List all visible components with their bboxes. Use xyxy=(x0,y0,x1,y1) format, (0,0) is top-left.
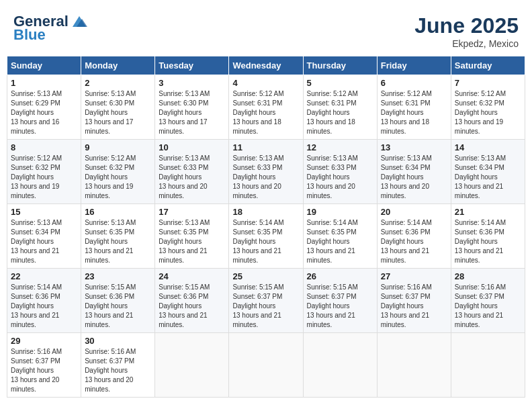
calendar-cell: 5 Sunrise: 5:12 AM Sunset: 6:31 PM Dayli… xyxy=(303,75,377,140)
sunset-label: Sunset: 6:35 PM xyxy=(307,228,357,236)
calendar-cell xyxy=(155,333,229,398)
calendar-cell: 27 Sunrise: 5:16 AM Sunset: 6:37 PM Dayl… xyxy=(377,269,451,333)
title-block: June 2025 Ekpedz, Mexico xyxy=(414,13,519,49)
daylight-value: 13 hours and 19 minutes. xyxy=(85,183,133,199)
sunrise-label: Sunrise: 5:13 AM xyxy=(159,90,210,97)
sunrise-label: Sunrise: 5:16 AM xyxy=(381,283,432,291)
calendar-cell xyxy=(303,333,377,398)
daylight-label: Daylight hours xyxy=(232,109,275,116)
calendar-body: 1 Sunrise: 5:13 AM Sunset: 6:29 PM Dayli… xyxy=(7,75,525,398)
daylight-label: Daylight hours xyxy=(11,238,54,245)
daylight-value: 13 hours and 20 minutes. xyxy=(159,183,207,199)
daylight-value: 13 hours and 20 minutes. xyxy=(85,376,133,393)
cell-content: Sunrise: 5:12 AM Sunset: 6:31 PM Dayligh… xyxy=(307,89,373,136)
calendar-cell: 28 Sunrise: 5:16 AM Sunset: 6:37 PM Dayl… xyxy=(451,269,525,333)
sunrise-label: Sunrise: 5:13 AM xyxy=(159,154,210,162)
cell-content: Sunrise: 5:13 AM Sunset: 6:35 PM Dayligh… xyxy=(159,218,225,265)
cell-content: Sunrise: 5:14 AM Sunset: 6:36 PM Dayligh… xyxy=(11,283,77,330)
weekday-header-sunday: Sunday xyxy=(7,56,81,75)
daylight-value: 13 hours and 21 minutes. xyxy=(11,312,59,328)
day-number: 25 xyxy=(232,271,299,281)
daylight-value: 13 hours and 17 minutes. xyxy=(159,118,207,135)
sunset-label: Sunset: 6:31 PM xyxy=(307,99,357,107)
day-number: 26 xyxy=(307,271,373,281)
day-number: 2 xyxy=(85,78,151,88)
daylight-value: 13 hours and 21 minutes. xyxy=(85,247,133,264)
calendar-cell: 4 Sunrise: 5:12 AM Sunset: 6:31 PM Dayli… xyxy=(229,75,303,140)
cell-content: Sunrise: 5:14 AM Sunset: 6:35 PM Dayligh… xyxy=(232,218,299,265)
daylight-value: 13 hours and 21 minutes. xyxy=(11,247,59,264)
sunset-label: Sunset: 6:34 PM xyxy=(455,164,504,171)
cell-content: Sunrise: 5:13 AM Sunset: 6:33 PM Dayligh… xyxy=(232,154,299,201)
calendar-week-row: 15 Sunrise: 5:13 AM Sunset: 6:34 PM Dayl… xyxy=(7,204,525,269)
calendar-cell: 22 Sunrise: 5:14 AM Sunset: 6:36 PM Dayl… xyxy=(7,269,81,333)
sunset-label: Sunset: 6:32 PM xyxy=(455,99,504,107)
day-number: 19 xyxy=(307,207,373,217)
daylight-label: Daylight hours xyxy=(159,302,202,310)
calendar-cell: 6 Sunrise: 5:12 AM Sunset: 6:31 PM Dayli… xyxy=(377,75,451,140)
cell-content: Sunrise: 5:13 AM Sunset: 6:33 PM Dayligh… xyxy=(307,154,373,201)
sunrise-label: Sunrise: 5:12 AM xyxy=(381,90,432,97)
calendar-cell: 2 Sunrise: 5:13 AM Sunset: 6:30 PM Dayli… xyxy=(81,75,155,140)
cell-content: Sunrise: 5:13 AM Sunset: 6:34 PM Dayligh… xyxy=(381,154,447,201)
cell-content: Sunrise: 5:12 AM Sunset: 6:32 PM Dayligh… xyxy=(85,154,151,201)
day-number: 13 xyxy=(381,142,447,152)
weekday-header-thursday: Thursday xyxy=(303,56,377,75)
cell-content: Sunrise: 5:13 AM Sunset: 6:30 PM Dayligh… xyxy=(85,89,151,136)
daylight-value: 13 hours and 19 minutes. xyxy=(11,183,59,199)
weekday-header-tuesday: Tuesday xyxy=(155,56,229,75)
daylight-value: 13 hours and 20 minutes. xyxy=(307,183,355,199)
cell-content: Sunrise: 5:12 AM Sunset: 6:32 PM Dayligh… xyxy=(11,154,77,201)
calendar-cell: 16 Sunrise: 5:13 AM Sunset: 6:35 PM Dayl… xyxy=(81,204,155,269)
daylight-value: 13 hours and 21 minutes. xyxy=(455,312,503,328)
day-number: 20 xyxy=(381,207,447,217)
sunset-label: Sunset: 6:30 PM xyxy=(85,99,134,107)
daylight-label: Daylight hours xyxy=(85,367,128,374)
sunset-label: Sunset: 6:34 PM xyxy=(11,228,60,236)
sunset-label: Sunset: 6:29 PM xyxy=(11,99,60,107)
daylight-value: 13 hours and 21 minutes. xyxy=(85,312,133,328)
daylight-label: Daylight hours xyxy=(159,109,202,116)
cell-content: Sunrise: 5:16 AM Sunset: 6:37 PM Dayligh… xyxy=(11,347,77,394)
sunrise-label: Sunrise: 5:13 AM xyxy=(159,219,210,226)
day-number: 6 xyxy=(381,78,447,88)
day-number: 11 xyxy=(232,142,299,152)
daylight-label: Daylight hours xyxy=(381,109,424,116)
cell-content: Sunrise: 5:15 AM Sunset: 6:36 PM Dayligh… xyxy=(159,283,225,330)
daylight-label: Daylight hours xyxy=(455,238,498,245)
calendar-cell: 29 Sunrise: 5:16 AM Sunset: 6:37 PM Dayl… xyxy=(7,333,81,398)
day-number: 18 xyxy=(232,207,299,217)
cell-content: Sunrise: 5:14 AM Sunset: 6:36 PM Dayligh… xyxy=(381,218,447,265)
calendar-cell: 8 Sunrise: 5:12 AM Sunset: 6:32 PM Dayli… xyxy=(7,140,81,204)
day-number: 3 xyxy=(159,78,225,88)
daylight-label: Daylight hours xyxy=(381,238,424,245)
daylight-label: Daylight hours xyxy=(307,302,350,310)
daylight-label: Daylight hours xyxy=(11,302,54,310)
sunrise-label: Sunrise: 5:13 AM xyxy=(455,154,506,162)
day-number: 4 xyxy=(232,78,299,88)
day-number: 27 xyxy=(381,271,447,281)
cell-content: Sunrise: 5:13 AM Sunset: 6:33 PM Dayligh… xyxy=(159,154,225,201)
day-number: 29 xyxy=(11,336,77,346)
sunrise-label: Sunrise: 5:15 AM xyxy=(85,283,136,291)
day-number: 28 xyxy=(455,271,521,281)
calendar-cell: 14 Sunrise: 5:13 AM Sunset: 6:34 PM Dayl… xyxy=(451,140,525,204)
sunrise-label: Sunrise: 5:15 AM xyxy=(307,283,358,291)
day-number: 17 xyxy=(159,207,225,217)
calendar-cell: 7 Sunrise: 5:12 AM Sunset: 6:32 PM Dayli… xyxy=(451,75,525,140)
day-number: 15 xyxy=(11,207,77,217)
calendar-cell: 3 Sunrise: 5:13 AM Sunset: 6:30 PM Dayli… xyxy=(155,75,229,140)
daylight-value: 13 hours and 21 minutes. xyxy=(232,312,281,328)
calendar-week-row: 8 Sunrise: 5:12 AM Sunset: 6:32 PM Dayli… xyxy=(7,140,525,204)
calendar-cell: 10 Sunrise: 5:13 AM Sunset: 6:33 PM Dayl… xyxy=(155,140,229,204)
logo-icon xyxy=(70,15,89,30)
daylight-label: Daylight hours xyxy=(85,238,128,245)
sunrise-label: Sunrise: 5:13 AM xyxy=(232,154,283,162)
cell-content: Sunrise: 5:16 AM Sunset: 6:37 PM Dayligh… xyxy=(85,347,151,394)
calendar-week-row: 22 Sunrise: 5:14 AM Sunset: 6:36 PM Dayl… xyxy=(7,269,525,333)
calendar-cell: 15 Sunrise: 5:13 AM Sunset: 6:34 PM Dayl… xyxy=(7,204,81,269)
day-number: 14 xyxy=(455,142,521,152)
cell-content: Sunrise: 5:16 AM Sunset: 6:37 PM Dayligh… xyxy=(381,283,447,330)
sunrise-label: Sunrise: 5:14 AM xyxy=(11,283,62,291)
calendar-table: SundayMondayTuesdayWednesdayThursdayFrid… xyxy=(7,56,525,398)
